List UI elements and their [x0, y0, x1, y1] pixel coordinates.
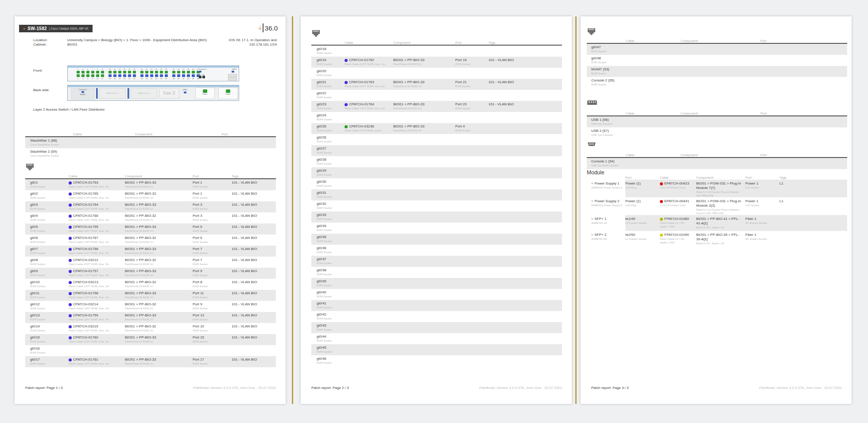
cable-cell: CPATCH-01759Patch Cable CAT7 RJ45, blue,… [69, 313, 125, 322]
table-row: gi0/44RJ45 Socket [311, 333, 562, 344]
rack-units-icon: 1 HE [259, 26, 261, 30]
port-name-cell: gi0/45RJ45 Socket [317, 346, 345, 354]
tags-cell: 101 - VLAN BIO [232, 203, 276, 212]
rj45-icon [25, 162, 276, 172]
component-cell [393, 357, 455, 365]
table-row: gi0/21RJ45 SocketCPATCH-01763Patch Cable… [311, 79, 562, 90]
port-cell [221, 138, 276, 147]
module-row: »SFP+ 2SWBIO01-50te2/50LC Duplex SocketF… [587, 231, 847, 247]
component-cell [393, 335, 455, 343]
cable-cell [345, 301, 393, 310]
port-cell: Port 17RJ45 Socket [193, 358, 232, 366]
port-cell [455, 91, 488, 100]
tags-cell [488, 213, 562, 222]
cable-column-header: Cable [660, 176, 696, 180]
port-cell [455, 246, 488, 255]
cable-status-dot [69, 248, 72, 251]
port-name-cell: gi0/28RJ45 Socket [317, 158, 345, 166]
port-cell [221, 150, 276, 158]
port-column-header: Port [193, 174, 232, 178]
fan3-label: Fan 3 [159, 91, 179, 96]
rj45-port-icon [123, 74, 126, 77]
component-cell: BIO01 > PP-BIO-32PatchPanel 24 RJ45 1U [125, 236, 193, 245]
port-name-cell: gi0/16RJ45 Socket [30, 346, 69, 355]
component-cell [681, 67, 760, 76]
port-cell: Port 9RJ45 Socket [193, 269, 232, 278]
module-row-detail: te2/50LC Duplex SocketFPATCH-01090Patch … [625, 231, 847, 247]
cable-column-header: Cable [626, 153, 681, 157]
front-port-array: 1234567891011121314151617181920212223242… [76, 68, 200, 80]
component-cell: BIO01 > PP-BIO-32PatchPanel 24 RJ45 1U [125, 258, 193, 267]
table-row: gi0/22RJ45 Socket [311, 90, 562, 101]
port-cell [455, 169, 488, 177]
component-cell [681, 45, 760, 54]
table-row: gi0/28RJ45 Socket [311, 156, 562, 167]
rj45-port-icon [187, 71, 190, 73]
module-port-cell: te1/49LC Duplex Socket [625, 217, 660, 231]
port-cell [760, 67, 847, 76]
cable-cell [345, 257, 393, 266]
port-name-cell: gi0/7RJ45 Socket [30, 247, 69, 256]
port-name-cell: gi0/35RJ45 Socket [317, 235, 345, 244]
cable-status-dot [69, 325, 72, 328]
port-cell: Port 1RJ45 Socket [193, 192, 232, 200]
report-canvas: > SW-1582 | Cisco Catalyst 9300L-48P-4X … [0, 0, 868, 423]
tags-cell [488, 69, 562, 78]
rj45-port-icon [101, 71, 104, 73]
cable-cell: CPATCH-01764Patch Cable CAT7 RJ45, blue,… [345, 102, 393, 111]
rj45-table-header: Cable Component Port Tags [25, 162, 276, 179]
port-pair: 4142 [181, 68, 186, 80]
port-name-cell: gi0/37RJ45 Socket [317, 257, 345, 266]
usb2-label: USB 2 [182, 88, 188, 91]
port-cell: Port 11RJ45 Socket [193, 291, 232, 300]
component-cell: BIO01 > PP-BIO-33PatchPanel 24 RJ45 1U [393, 102, 455, 111]
port-name-cell: StackWise 2 (59)Cisco StackWise Socket [30, 150, 73, 158]
cable-cell [345, 158, 393, 166]
fan2-label: SWBIO01-Fan 2 [131, 92, 157, 94]
port-cell: Port 8RJ45 Socket [193, 280, 232, 289]
device-header-bar[interactable]: > SW-1582 | Cisco Catalyst 9300L-48P-4X [19, 25, 93, 32]
table-row: gi0/7RJ45 SocketCPATCH-01756Patch Cable … [25, 246, 276, 257]
port-cell [455, 335, 488, 343]
port-pair: 910 [95, 68, 100, 80]
rj45-port-icon [133, 74, 136, 77]
rj45-port-icon [192, 74, 195, 77]
page-footer: Patch report: Page 1 / 3 Pathfinder Vers… [25, 386, 276, 390]
port-cell [455, 312, 488, 321]
port-pair: 3738 [171, 68, 176, 80]
rj45-port-icon [165, 71, 168, 73]
table-row: gi0/29RJ45 Socket [311, 167, 562, 178]
component-cell [393, 113, 455, 122]
port-name-cell: gi0/44RJ45 Socket [317, 335, 345, 343]
report-page-2: Cable Component Port Tags gi0/18RJ45 Soc… [301, 16, 572, 404]
tags-cell [488, 146, 562, 155]
port-name-cell: gi0/41RJ45 Socket [317, 301, 345, 310]
table-row: gi0/38RJ45 Socket [311, 267, 562, 278]
port-name-cell: USB 1 (56)USB Typ A Socket [591, 118, 626, 127]
port-pair: 3536 [164, 68, 168, 80]
table-row: MGMT (53)RJ45 Socket [587, 66, 847, 77]
tags-column-header: Tags [779, 176, 847, 180]
usb-mini-icon [587, 141, 847, 151]
cable-cell [626, 78, 681, 87]
component-cell [393, 69, 455, 78]
cable-cell [345, 268, 393, 277]
usb2-port-icon [184, 92, 186, 93]
component-cell: BIO01 > PP-BIO-33PatchPanel 24 RJ45 1U [125, 335, 193, 344]
table-row: gi0/46RJ45 Socket [311, 355, 562, 366]
port-name-cell: gi0/20RJ45 Socket [317, 69, 345, 78]
cable-cell [73, 150, 135, 158]
rj45-port-icon [177, 74, 180, 77]
table-row: gi0/15RJ45 SocketCPATCH-01760Patch Cable… [25, 334, 276, 345]
port-cell: Port 1RJ45 Socket [193, 181, 232, 189]
component-column-header: Component [696, 176, 745, 180]
console1-label: Console 1 [199, 68, 207, 70]
footer-page-indicator: Patch report: Page 3 / 3 [591, 386, 629, 390]
device-role-text: Layer 2 Access Switch / LAN Floor Distri… [33, 108, 105, 112]
port-cell [455, 346, 488, 354]
table-row: gi0/23RJ45 SocketCPATCH-01764Patch Cable… [311, 101, 562, 112]
rj45-port-icon [145, 71, 148, 73]
port-column-header: Port [760, 112, 847, 115]
table-row: gi0/40RJ45 Socket [311, 289, 562, 300]
rj45-port-icon [150, 71, 153, 73]
